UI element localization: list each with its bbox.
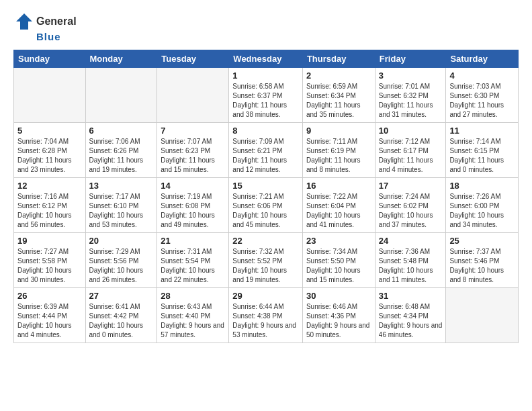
day-cell: 20Sunrise: 7:29 AMSunset: 5:56 PMDayligh… (85, 233, 157, 288)
day-number: 16 (306, 181, 371, 191)
day-content: Sunrise: 6:59 AMSunset: 6:34 PMDaylight:… (306, 82, 371, 120)
day-cell: 23Sunrise: 7:34 AMSunset: 5:50 PMDayligh… (302, 233, 375, 288)
weekday-header-monday: Monday (85, 50, 157, 68)
day-cell: 19Sunrise: 7:27 AMSunset: 5:58 PMDayligh… (14, 233, 86, 288)
day-content: Sunrise: 7:29 AMSunset: 5:56 PMDaylight:… (89, 247, 154, 285)
weekday-header-thursday: Thursday (302, 50, 375, 68)
day-cell (14, 68, 86, 123)
day-cell: 14Sunrise: 7:19 AMSunset: 6:08 PMDayligh… (157, 178, 229, 233)
day-content: Sunrise: 7:27 AMSunset: 5:58 PMDaylight:… (17, 247, 82, 285)
weekday-header-wednesday: Wednesday (229, 50, 303, 68)
day-number: 11 (449, 126, 515, 136)
day-cell: 7Sunrise: 7:07 AMSunset: 6:23 PMDaylight… (157, 123, 229, 178)
logo-text-wrapper: General Blue (13, 12, 77, 43)
day-number: 31 (379, 291, 443, 301)
day-cell: 29Sunrise: 6:44 AMSunset: 4:38 PMDayligh… (229, 288, 303, 343)
day-content: Sunrise: 7:07 AMSunset: 6:23 PMDaylight:… (161, 137, 225, 175)
day-content: Sunrise: 7:31 AMSunset: 5:54 PMDaylight:… (161, 247, 225, 285)
day-number: 20 (89, 236, 154, 246)
logo-general: General (36, 15, 77, 27)
day-number: 26 (17, 291, 82, 301)
day-content: Sunrise: 7:22 AMSunset: 6:04 PMDaylight:… (306, 192, 371, 230)
day-content: Sunrise: 7:03 AMSunset: 6:30 PMDaylight:… (449, 82, 515, 120)
day-content: Sunrise: 6:48 AMSunset: 4:34 PMDaylight:… (379, 302, 443, 340)
day-content: Sunrise: 6:41 AMSunset: 4:42 PMDaylight:… (89, 302, 154, 340)
day-number: 3 (379, 71, 443, 81)
day-cell (446, 288, 519, 343)
day-cell: 2Sunrise: 6:59 AMSunset: 6:34 PMDaylight… (302, 68, 375, 123)
day-number: 2 (306, 71, 371, 81)
day-cell: 12Sunrise: 7:16 AMSunset: 6:12 PMDayligh… (14, 178, 86, 233)
day-number: 19 (17, 236, 82, 246)
day-content: Sunrise: 7:34 AMSunset: 5:50 PMDaylight:… (306, 247, 371, 285)
logo-bird-icon (13, 12, 35, 31)
day-number: 18 (449, 181, 515, 191)
day-number: 12 (17, 181, 82, 191)
day-number: 5 (17, 126, 82, 136)
day-cell: 21Sunrise: 7:31 AMSunset: 5:54 PMDayligh… (157, 233, 229, 288)
day-cell: 25Sunrise: 7:37 AMSunset: 5:46 PMDayligh… (446, 233, 519, 288)
day-number: 15 (232, 181, 299, 191)
day-number: 9 (306, 126, 371, 136)
day-cell (85, 68, 157, 123)
day-cell: 5Sunrise: 7:04 AMSunset: 6:28 PMDaylight… (14, 123, 86, 178)
day-content: Sunrise: 7:19 AMSunset: 6:08 PMDaylight:… (161, 192, 225, 230)
day-cell: 3Sunrise: 7:01 AMSunset: 6:32 PMDaylight… (375, 68, 446, 123)
day-content: Sunrise: 7:17 AMSunset: 6:10 PMDaylight:… (89, 192, 154, 230)
day-content: Sunrise: 7:36 AMSunset: 5:48 PMDaylight:… (379, 247, 443, 285)
day-number: 23 (306, 236, 371, 246)
day-cell: 6Sunrise: 7:06 AMSunset: 6:26 PMDaylight… (85, 123, 157, 178)
week-row-5: 26Sunrise: 6:39 AMSunset: 4:44 PMDayligh… (14, 288, 519, 343)
day-number: 24 (379, 236, 443, 246)
week-row-1: 1Sunrise: 6:58 AMSunset: 6:37 PMDaylight… (14, 68, 519, 123)
day-content: Sunrise: 7:32 AMSunset: 5:52 PMDaylight:… (232, 247, 299, 285)
day-cell: 15Sunrise: 7:21 AMSunset: 6:06 PMDayligh… (229, 178, 303, 233)
day-cell: 13Sunrise: 7:17 AMSunset: 6:10 PMDayligh… (85, 178, 157, 233)
day-content: Sunrise: 7:01 AMSunset: 6:32 PMDaylight:… (379, 82, 443, 120)
day-content: Sunrise: 6:43 AMSunset: 4:40 PMDaylight:… (161, 302, 225, 340)
day-cell: 4Sunrise: 7:03 AMSunset: 6:30 PMDaylight… (446, 68, 519, 123)
day-number: 28 (161, 291, 225, 301)
day-cell: 1Sunrise: 6:58 AMSunset: 6:37 PMDaylight… (229, 68, 303, 123)
logo-blue: Blue (36, 31, 61, 42)
day-cell: 27Sunrise: 6:41 AMSunset: 4:42 PMDayligh… (85, 288, 157, 343)
calendar-table: SundayMondayTuesdayWednesdayThursdayFrid… (13, 50, 519, 343)
day-cell: 28Sunrise: 6:43 AMSunset: 4:40 PMDayligh… (157, 288, 229, 343)
day-number: 1 (232, 71, 299, 81)
day-number: 6 (89, 126, 154, 136)
day-content: Sunrise: 7:37 AMSunset: 5:46 PMDaylight:… (449, 247, 515, 285)
day-cell: 18Sunrise: 7:26 AMSunset: 6:00 PMDayligh… (446, 178, 519, 233)
day-content: Sunrise: 7:14 AMSunset: 6:15 PMDaylight:… (449, 137, 515, 175)
day-number: 10 (379, 126, 443, 136)
day-cell: 8Sunrise: 7:09 AMSunset: 6:21 PMDaylight… (229, 123, 303, 178)
weekday-header-row: SundayMondayTuesdayWednesdayThursdayFrid… (14, 50, 519, 68)
day-number: 4 (449, 71, 515, 81)
day-cell: 17Sunrise: 7:24 AMSunset: 6:02 PMDayligh… (375, 178, 446, 233)
day-content: Sunrise: 7:24 AMSunset: 6:02 PMDaylight:… (379, 192, 443, 230)
weekday-header-saturday: Saturday (446, 50, 519, 68)
day-number: 30 (306, 291, 371, 301)
day-content: Sunrise: 7:06 AMSunset: 6:26 PMDaylight:… (89, 137, 154, 175)
week-row-3: 12Sunrise: 7:16 AMSunset: 6:12 PMDayligh… (14, 178, 519, 233)
day-cell: 9Sunrise: 7:11 AMSunset: 6:19 PMDaylight… (302, 123, 375, 178)
week-row-4: 19Sunrise: 7:27 AMSunset: 5:58 PMDayligh… (14, 233, 519, 288)
day-content: Sunrise: 7:21 AMSunset: 6:06 PMDaylight:… (232, 192, 299, 230)
page: General General Blue SundayMondayTue (0, 0, 532, 351)
day-number: 25 (449, 236, 515, 246)
day-cell: 30Sunrise: 6:46 AMSunset: 4:36 PMDayligh… (302, 288, 375, 343)
day-content: Sunrise: 7:11 AMSunset: 6:19 PMDaylight:… (306, 137, 371, 175)
weekday-header-friday: Friday (375, 50, 446, 68)
day-content: Sunrise: 7:26 AMSunset: 6:00 PMDaylight:… (449, 192, 515, 230)
day-number: 7 (161, 126, 225, 136)
day-cell: 26Sunrise: 6:39 AMSunset: 4:44 PMDayligh… (14, 288, 86, 343)
day-number: 14 (161, 181, 225, 191)
day-number: 22 (232, 236, 299, 246)
day-content: Sunrise: 7:04 AMSunset: 6:28 PMDaylight:… (17, 137, 82, 175)
day-cell: 31Sunrise: 6:48 AMSunset: 4:34 PMDayligh… (375, 288, 446, 343)
day-number: 13 (89, 181, 154, 191)
svg-marker-2 (16, 13, 32, 30)
day-content: Sunrise: 7:16 AMSunset: 6:12 PMDaylight:… (17, 192, 82, 230)
week-row-2: 5Sunrise: 7:04 AMSunset: 6:28 PMDaylight… (14, 123, 519, 178)
day-content: Sunrise: 6:58 AMSunset: 6:37 PMDaylight:… (232, 82, 299, 120)
day-number: 17 (379, 181, 443, 191)
